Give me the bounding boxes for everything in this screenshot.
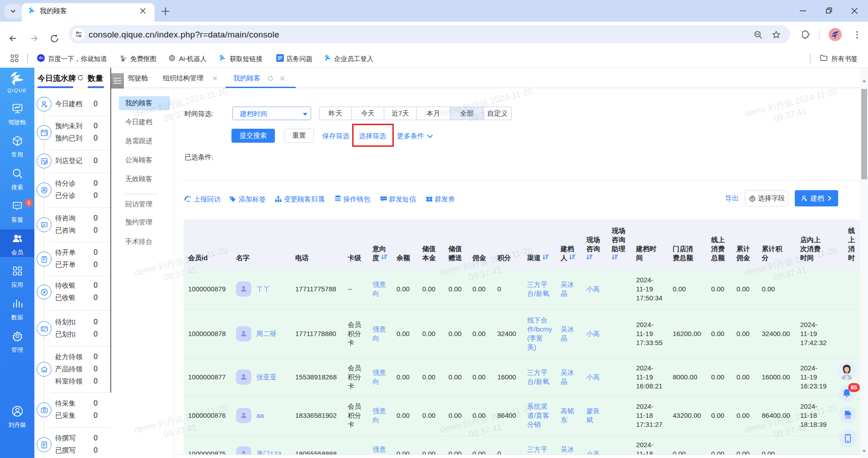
svg-text:DOC: DOC xyxy=(845,416,850,418)
